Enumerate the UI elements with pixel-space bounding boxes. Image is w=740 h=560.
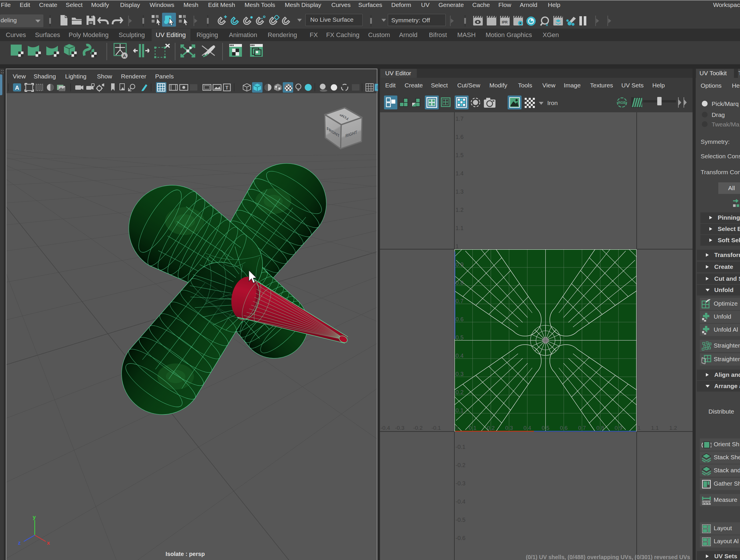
svg-text:A: A xyxy=(15,85,19,91)
svg-text:0.8: 0.8 xyxy=(456,280,464,286)
svg-text:-0.1: -0.1 xyxy=(456,444,465,450)
svg-text:0.6: 0.6 xyxy=(456,316,464,322)
svg-text:-0.5: -0.5 xyxy=(456,517,465,523)
svg-text:0.3: 0.3 xyxy=(505,425,513,431)
svg-text:A: A xyxy=(123,53,126,58)
svg-text:0.1: 0.1 xyxy=(456,407,464,413)
svg-text:y: y xyxy=(33,514,36,520)
svg-text:0.6: 0.6 xyxy=(560,425,567,431)
svg-text:RGB: RGB xyxy=(618,101,626,105)
svg-text:T: T xyxy=(225,85,228,91)
svg-text:-0.4: -0.4 xyxy=(456,498,465,505)
svg-text:0.4: 0.4 xyxy=(456,353,464,359)
svg-text:-0.3: -0.3 xyxy=(395,425,404,431)
svg-text:1.6: 1.6 xyxy=(456,134,464,140)
svg-text:1.7: 1.7 xyxy=(456,115,464,122)
svg-text:0.9: 0.9 xyxy=(615,425,622,431)
svg-text:-0.6: -0.6 xyxy=(456,535,465,541)
svg-text:0.2: 0.2 xyxy=(487,425,494,431)
svg-text:1.1: 1.1 xyxy=(651,425,659,431)
svg-text:-0.3: -0.3 xyxy=(456,480,465,486)
svg-text:1.5: 1.5 xyxy=(456,152,464,158)
svg-text:0.7: 0.7 xyxy=(456,298,464,304)
svg-text:0.1: 0.1 xyxy=(469,425,476,431)
svg-text:1.1: 1.1 xyxy=(456,225,464,231)
svg-text:IPR: IPR xyxy=(502,20,507,24)
svg-text:1.4: 1.4 xyxy=(456,170,464,177)
svg-text:-0.2: -0.2 xyxy=(456,462,465,468)
svg-text:1: 1 xyxy=(638,425,641,431)
svg-text:z: z xyxy=(18,540,21,546)
svg-text:0: 0 xyxy=(455,425,458,431)
svg-text:-0.1: -0.1 xyxy=(432,425,441,431)
svg-text:1.2: 1.2 xyxy=(456,207,464,213)
svg-text:-0.4: -0.4 xyxy=(381,425,390,431)
svg-text:0.8: 0.8 xyxy=(596,425,604,431)
svg-text:x: x xyxy=(546,22,548,27)
svg-text:1: 1 xyxy=(456,243,459,250)
svg-text:0.2: 0.2 xyxy=(456,389,464,395)
svg-text:(0/1) UV shells, (0/488) over: (0/1) UV shells, (0/488) overlapping UVs… xyxy=(526,554,690,560)
svg-text:0.5: 0.5 xyxy=(542,425,549,431)
svg-text:0.3: 0.3 xyxy=(456,371,464,377)
svg-text:0.7: 0.7 xyxy=(578,425,586,431)
svg-text:1.2: 1.2 xyxy=(669,425,677,431)
svg-text:0.9: 0.9 xyxy=(456,261,464,268)
svg-text:-0.2: -0.2 xyxy=(413,425,423,431)
svg-text:1.3: 1.3 xyxy=(456,188,464,195)
svg-text:0.4: 0.4 xyxy=(524,425,531,431)
svg-text:x: x xyxy=(47,540,50,546)
svg-text:0.5: 0.5 xyxy=(456,334,464,341)
